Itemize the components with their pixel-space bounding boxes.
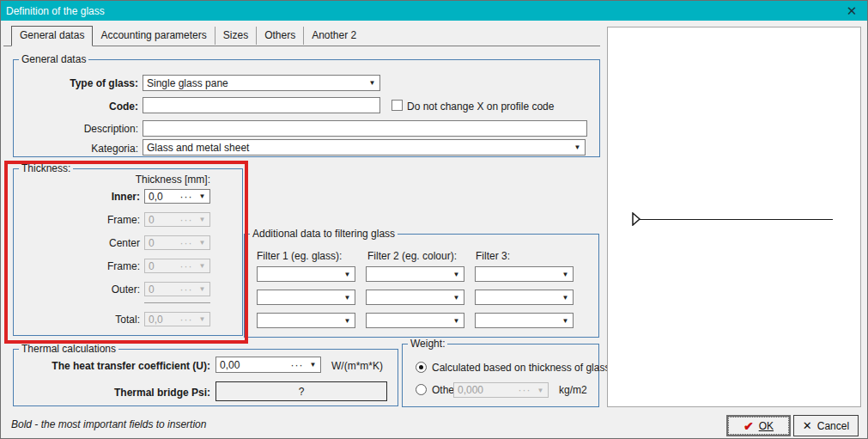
ellipsis-icon: ··· [178,237,195,249]
tab-accounting-parameters[interactable]: Accounting parameters [93,27,215,45]
weight-other-field: 0,000 ··· ▼ [453,382,549,398]
chevron-down-icon: ▼ [340,317,355,325]
heat-transfer-unit: W/(m*m*K) [331,360,383,372]
weight-calculated-radio[interactable] [416,362,427,373]
filter2-combo-row1[interactable]: ▼ [366,266,464,282]
filtering-glass-legend: Additional data to filtering glass [250,228,398,240]
filter3-combo-row2[interactable]: ▼ [475,290,574,305]
chevron-down-icon: ▼ [340,294,355,302]
ellipsis-icon: ··· [516,384,533,396]
glass-pane-line [639,219,833,220]
outer-thickness-value: 0 [145,284,178,296]
inner-thickness-value: 0,0 [145,191,178,203]
kategoria-combo[interactable]: Glass and metal sheet ▼ [143,139,586,155]
filter3-combo-row3[interactable]: ▼ [475,313,574,328]
thickness-column-header: Thickness [mm]: [90,174,210,186]
chevron-down-icon: ▼ [449,294,464,302]
tab-others[interactable]: Others [257,27,304,45]
heat-transfer-field[interactable]: 0,00 ··· ▼ [215,357,321,373]
chevron-down-icon[interactable]: ▼ [306,361,320,369]
tab-sizes[interactable]: Sizes [215,27,257,45]
definition-of-glass-dialog: Definition of the glass ✕ General datas … [0,0,868,439]
weight-other-radio[interactable] [416,384,427,395]
filter1-combo-row2[interactable]: ▼ [257,290,355,305]
ellipsis-icon: ··· [178,284,195,296]
chevron-down-icon: ▼ [340,271,355,278]
heat-transfer-label: The heat transfer coefficient (U): [21,360,210,372]
title-bar: Definition of the glass ✕ [1,1,867,21]
check-icon: ✔ [744,419,754,433]
chevron-down-icon: ▼ [365,79,379,87]
chevron-down-icon: ▼ [195,315,209,323]
kategoria-value: Glass and metal sheet [143,142,570,154]
ellipsis-icon[interactable]: ··· [178,191,195,203]
chevron-down-icon: ▼ [449,271,464,278]
chevron-down-icon: ▼ [195,216,209,223]
weight-other-value: 0,000 [454,384,516,396]
frame1-label: Frame: [18,214,140,226]
type-of-glass-label: Type of glass: [18,77,138,89]
general-datas-legend: General datas [19,53,88,65]
chevron-down-icon: ▼ [558,294,573,302]
filter2-combo-row2[interactable]: ▼ [366,290,464,305]
ellipsis-icon: ··· [178,314,195,326]
ok-button[interactable]: ✔ OK [726,415,791,436]
center-thickness-value: 0 [145,237,178,249]
thickness-legend: Thickness: [19,162,73,174]
x-icon: ✕ [803,419,812,432]
thermal-bridge-psi-button[interactable]: ? [215,381,387,401]
type-of-glass-value: Single glass pane [143,77,365,89]
chevron-down-icon: ▼ [570,143,585,151]
total-separator [144,302,210,303]
type-of-glass-combo[interactable]: Single glass pane ▼ [143,75,380,91]
chevron-down-icon[interactable]: ▼ [195,192,209,200]
ok-button-inner: ✔ OK [728,417,789,435]
description-label: Description: [18,123,138,135]
inner-thickness-field[interactable]: 0,0 ··· ▼ [144,189,210,204]
inner-label: Inner: [18,191,140,203]
filter1-combo-row1[interactable]: ▼ [257,266,355,282]
ellipsis-icon[interactable]: ··· [288,359,306,371]
total-label: Total: [18,314,140,326]
window-title: Definition of the glass [1,5,105,17]
cancel-button-label: Cancel [817,420,849,432]
code-input[interactable] [143,97,380,113]
cancel-button[interactable]: ✕ Cancel [793,415,859,436]
filter3-header: Filter 3: [476,250,510,262]
filter3-combo-row1[interactable]: ▼ [475,266,574,282]
weight-legend: Weight: [408,338,447,350]
heat-transfer-value: 0,00 [216,359,288,371]
frame2-thickness-field: 0 ··· ▼ [144,259,210,273]
kategoria-label: Kategoria: [18,143,138,155]
description-input[interactable] [143,120,587,137]
filter2-header: Filter 2 (eg. colour): [367,250,457,262]
thermal-calculations-legend: Thermal calculations [19,343,118,355]
do-not-change-x-checkbox[interactable] [392,100,403,111]
center-thickness-field: 0 ··· ▼ [144,235,210,250]
frame2-label: Frame: [18,260,140,272]
frame1-thickness-value: 0 [145,214,178,226]
filter2-combo-row3[interactable]: ▼ [366,313,464,328]
center-label: Center [18,237,140,249]
tab-bar: General datas Accounting parameters Size… [3,27,600,46]
total-thickness-value: 0,0 [145,314,178,326]
frame1-thickness-field: 0 ··· ▼ [144,212,210,227]
close-icon[interactable]: ✕ [840,1,864,21]
thermal-bridge-label: Thermal bridge Psi: [21,387,210,399]
tab-general-datas[interactable]: General datas [11,26,93,46]
weight-other-unit: kg/m2 [559,384,587,396]
weight-calculated-label: Calculated based on thickness of glass [432,362,610,374]
total-thickness-field: 0,0 ··· ▼ [144,312,210,326]
chevron-down-icon: ▼ [195,239,209,247]
code-label: Code: [18,101,138,113]
chevron-down-icon: ▼ [533,387,548,394]
ellipsis-icon: ··· [178,214,195,226]
chevron-down-icon: ▼ [195,262,209,270]
filter1-combo-row3[interactable]: ▼ [257,313,355,328]
chevron-down-icon: ▼ [195,285,209,293]
filter1-header: Filter 1 (eg. glass): [257,250,342,262]
chevron-down-icon: ▼ [449,317,464,325]
tab-another-2[interactable]: Another 2 [304,27,364,45]
cursor-icon [631,212,641,226]
footer-note: Bold - the most important fields to inse… [11,418,206,430]
